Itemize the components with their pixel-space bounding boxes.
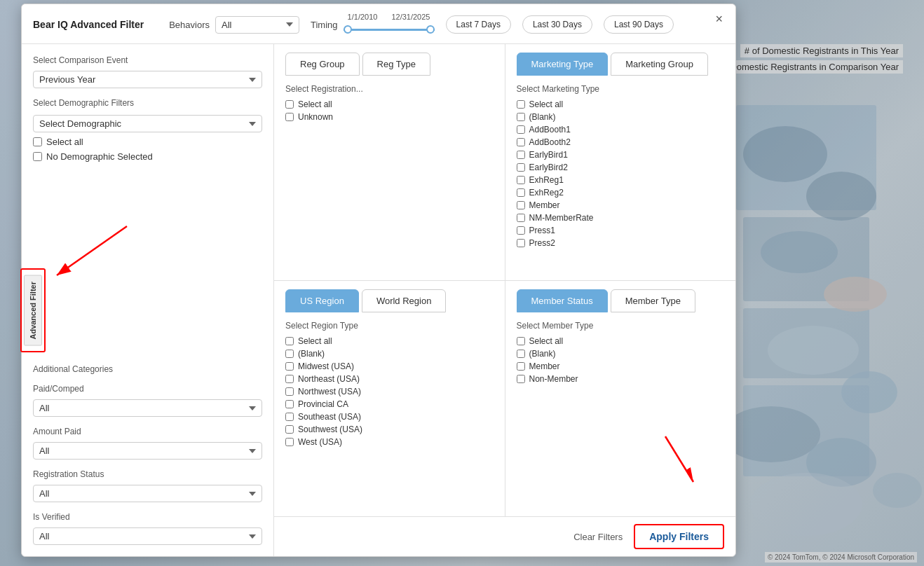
mkt-blank-check[interactable] [517, 113, 525, 121]
region-west[interactable]: West (USA) [285, 437, 494, 447]
slider-thumb-right[interactable] [426, 25, 435, 34]
last7-button[interactable]: Last 7 Days [446, 15, 511, 34]
comparison-dropdown[interactable]: Previous Year [33, 71, 262, 88]
last30-button[interactable]: Last 30 Days [522, 15, 592, 34]
region-northeast-check[interactable] [285, 375, 294, 383]
mkt-addbooth1-check[interactable] [517, 125, 525, 134]
marketing-group-tab[interactable]: Marketing Group [611, 53, 708, 76]
reg-select-all[interactable]: Select all [285, 99, 494, 109]
member-select-all-check[interactable] [517, 337, 525, 345]
region-west-check[interactable] [285, 438, 294, 446]
is-verified-dropdown[interactable]: All [33, 527, 262, 545]
demographic-select-all[interactable]: Select all [33, 137, 262, 147]
mkt-exhreg1[interactable]: ExhReg1 [517, 175, 725, 185]
reg-type-tab[interactable]: Reg Type [362, 53, 430, 76]
region-northwest-check[interactable] [285, 387, 294, 396]
reg-status-dropdown[interactable]: All [33, 485, 262, 502]
reg-group-tab[interactable]: Reg Group [285, 53, 360, 76]
region-southeast[interactable]: Southeast (USA) [285, 412, 494, 422]
advanced-filter-tab[interactable]: Advanced Filter [24, 275, 42, 346]
region-southwest[interactable]: Southwest (USA) [285, 424, 494, 434]
close-button[interactable]: × [711, 11, 727, 27]
amount-paid-section: Amount Paid All [33, 427, 262, 460]
mkt-exhreg2[interactable]: ExhReg2 [517, 188, 725, 198]
region-northeast-label: Northeast (USA) [298, 374, 360, 384]
paid-comped-dropdown[interactable]: All [33, 399, 262, 417]
mkt-member-check[interactable] [517, 201, 525, 209]
mkt-press1[interactable]: Press1 [517, 226, 725, 235]
region-blank-check[interactable] [285, 350, 294, 358]
region-select-all-check[interactable] [285, 337, 294, 345]
amount-paid-dropdown[interactable]: All [33, 442, 262, 460]
world-region-tab[interactable]: World Region [362, 289, 447, 312]
mkt-select-all-check[interactable] [517, 100, 525, 109]
demographic-dropdown[interactable]: Select Demographic [33, 115, 262, 132]
mkt-select-all[interactable]: Select all [517, 99, 725, 109]
member-non-member[interactable]: Non-Member [517, 374, 725, 384]
demographic-no-selected[interactable]: No Demographic Selected [33, 151, 262, 162]
region-midwest-check[interactable] [285, 362, 294, 371]
left-panel-spacer [33, 172, 262, 349]
marketing-tab-row: Marketing Type Marketing Group [505, 44, 736, 76]
region-southwest-check[interactable] [285, 425, 294, 434]
timing-slider[interactable] [344, 22, 435, 36]
member-blank-check[interactable] [517, 350, 525, 358]
region-blank-label: (Blank) [298, 349, 325, 359]
comparison-section: Select Comparison Event Previous Year [33, 55, 262, 88]
mkt-addbooth1[interactable]: AddBooth1 [517, 125, 725, 134]
left-panel: Advanced Filter Select Comparison Event [22, 44, 274, 556]
member-type-tab[interactable]: Member Type [611, 289, 695, 312]
amount-paid-label: Amount Paid [33, 427, 262, 436]
member-non-member-check[interactable] [517, 375, 525, 383]
mkt-nmmemberrate-check[interactable] [517, 214, 525, 222]
member-blank[interactable]: (Blank) [517, 349, 725, 359]
mkt-earlybird2[interactable]: EarlyBird2 [517, 163, 725, 172]
reg-unknown[interactable]: Unknown [285, 112, 494, 122]
mkt-earlybird2-check[interactable] [517, 163, 525, 172]
mkt-exhreg1-check[interactable] [517, 176, 525, 184]
mkt-nmmemberrate[interactable]: NM-MemberRate [517, 213, 725, 223]
region-northeast[interactable]: Northeast (USA) [285, 374, 494, 384]
mkt-earlybird1-check[interactable] [517, 151, 525, 159]
demographic-no-selected-check[interactable] [33, 152, 42, 161]
region-northwest-label: Northwest (USA) [298, 387, 361, 396]
mkt-blank[interactable]: (Blank) [517, 112, 725, 122]
mkt-press2[interactable]: Press2 [517, 238, 725, 248]
demographic-select-all-check[interactable] [33, 137, 42, 146]
slider-thumb-left[interactable] [344, 25, 352, 34]
region-northwest[interactable]: Northwest (USA) [285, 387, 494, 396]
region-select-all[interactable]: Select all [285, 336, 494, 346]
region-content: Select Region Type Select all (Blank) [274, 312, 505, 517]
region-tab-row: US Region World Region [274, 281, 505, 312]
region-provincial-ca[interactable]: Provincial CA [285, 399, 494, 409]
region-midwest[interactable]: Midwest (USA) [285, 361, 494, 371]
mkt-addbooth2-check[interactable] [517, 138, 525, 146]
clear-filters-button[interactable]: Clear Filters [573, 532, 623, 542]
member-member[interactable]: Member [517, 361, 725, 371]
reg-select-all-check[interactable] [285, 100, 294, 109]
apply-filters-wrapper: Apply Filters [634, 524, 724, 549]
mkt-earlybird1[interactable]: EarlyBird1 [517, 150, 725, 160]
mkt-press2-check[interactable] [517, 239, 525, 247]
us-region-tab[interactable]: US Region [285, 289, 359, 312]
region-provincial-ca-check[interactable] [285, 400, 294, 408]
mkt-member[interactable]: Member [517, 200, 725, 210]
mkt-press1-check[interactable] [517, 226, 525, 235]
apply-filters-button[interactable]: Apply Filters [635, 525, 723, 548]
member-status-tab[interactable]: Member Status [517, 289, 608, 312]
marketing-type-tab[interactable]: Marketing Type [517, 53, 609, 76]
reg-unknown-check[interactable] [285, 113, 294, 121]
mkt-addbooth2[interactable]: AddBooth2 [517, 137, 725, 147]
mkt-exhreg2-check[interactable] [517, 188, 525, 197]
mkt-press1-label: Press1 [529, 226, 555, 235]
member-member-check[interactable] [517, 362, 525, 371]
last90-button[interactable]: Last 90 Days [604, 15, 674, 34]
timing-section: Timing 1/1/2010 12/31/2025 [311, 13, 435, 36]
behaviors-dropdown[interactable]: All [215, 16, 299, 34]
region-southeast-check[interactable] [285, 413, 294, 421]
member-select-all[interactable]: Select all [517, 336, 725, 346]
dialog-title: Bear IQ Advanced Filter [33, 19, 144, 30]
region-blank[interactable]: (Blank) [285, 349, 494, 359]
mkt-blank-label: (Blank) [529, 112, 556, 122]
marketing-section: Marketing Type Marketing Group Select Ma… [505, 44, 736, 280]
